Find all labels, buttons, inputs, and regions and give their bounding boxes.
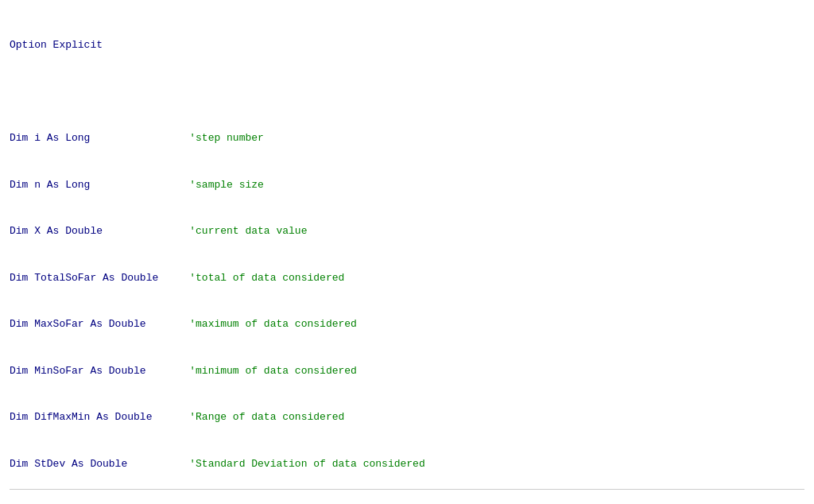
code-block-sub: Sub STATS() 'Input n n = Range("A2").Val… bbox=[10, 491, 804, 505]
keyword-option: Option Explicit bbox=[10, 39, 103, 51]
comment-min: 'minimum of data considered bbox=[189, 365, 357, 377]
line-dim-max: Dim MaxSoFar As Double 'maximum of data … bbox=[10, 316, 804, 332]
keyword-dim-max: Dim MaxSoFar As Double bbox=[10, 318, 146, 330]
keyword-dim-dif: Dim DifMaxMin As Double bbox=[10, 411, 152, 423]
comment-dif: 'Range of data considered bbox=[189, 411, 344, 423]
line-dim-x: Dim X As Double 'current data value bbox=[10, 223, 804, 239]
line-dim-std: Dim StDev As Double 'Standard Deviation … bbox=[10, 456, 804, 472]
comment-max: 'maximum of data considered bbox=[189, 318, 357, 330]
comment-i: 'step number bbox=[189, 132, 264, 144]
code-editor: Option Explicit Dim i As Long 'step numb… bbox=[10, 6, 804, 487]
line-blank-1 bbox=[10, 84, 804, 100]
line-dim-n: Dim n As Long 'sample size bbox=[10, 177, 804, 193]
comment-n: 'sample size bbox=[189, 179, 264, 191]
comment-std: 'Standard Deviation of data considered bbox=[189, 458, 424, 470]
line-dim-i: Dim i As Long 'step number bbox=[10, 130, 804, 146]
line-dim-min: Dim MinSoFar As Double 'minimum of data … bbox=[10, 363, 804, 379]
line-dim-total: Dim TotalSoFar As Double 'total of data … bbox=[10, 270, 804, 286]
comment-total: 'total of data considered bbox=[189, 272, 344, 284]
keyword-dim-min: Dim MinSoFar As Double bbox=[10, 365, 146, 377]
divider-line bbox=[10, 489, 804, 490]
keyword-dim-n: Dim n As Long bbox=[10, 179, 90, 191]
line-option-explicit: Option Explicit bbox=[10, 37, 804, 53]
line-dim-dif: Dim DifMaxMin As Double 'Range of data c… bbox=[10, 409, 804, 425]
keyword-dim-total: Dim TotalSoFar As Double bbox=[10, 272, 158, 284]
comment-x: 'current data value bbox=[189, 225, 307, 237]
keyword-dim-std: Dim StDev As Double bbox=[10, 458, 127, 470]
keyword-dim-x: Dim X As Double bbox=[10, 225, 103, 237]
keyword-dim-i: Dim i As Long bbox=[10, 132, 90, 144]
